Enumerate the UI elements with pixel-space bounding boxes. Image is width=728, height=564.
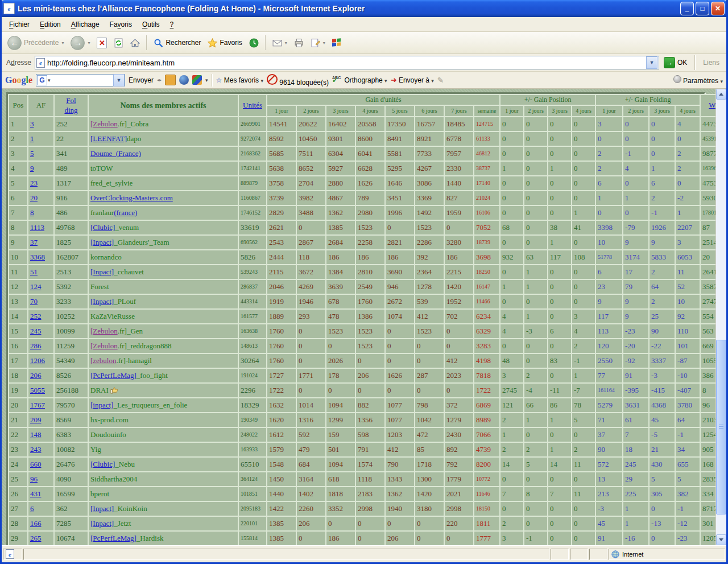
- menu-?[interactable]: ?: [165, 19, 179, 30]
- member-name-link[interactable]: [Clubic]: [90, 460, 115, 468]
- af-rank-link[interactable]: 5: [30, 149, 34, 158]
- links-label[interactable]: Liens: [698, 59, 724, 67]
- messenger-button[interactable]: [329, 37, 345, 48]
- google-settings-button[interactable]: Paramètres ▾: [673, 75, 723, 85]
- scrollbar-thumb[interactable]: [716, 340, 726, 514]
- search-button[interactable]: Rechercher: [150, 36, 204, 50]
- member-name-link[interactable]: [PcPerfLeMag]: [90, 534, 136, 542]
- mail-button[interactable]: ▾: [269, 36, 291, 50]
- af-rank-link[interactable]: 245: [30, 327, 42, 335]
- member-name-link[interactable]: [Zebulon: [90, 120, 118, 128]
- member-name-link[interactable]: [Inpact]: [90, 297, 114, 306]
- af-rank-link[interactable]: 252: [30, 312, 42, 320]
- refresh-button[interactable]: [110, 36, 127, 50]
- google-earth-icon[interactable]: [179, 75, 189, 85]
- header-folding-link[interactable]: Folding: [64, 96, 77, 114]
- scroll-down-button[interactable]: [716, 534, 726, 545]
- google-apps-caret-icon[interactable]: ▾: [205, 77, 208, 83]
- table-row: 2324310082Yig163933157947950179141285892…: [9, 443, 726, 456]
- highlighter-icon[interactable]: ✎: [437, 76, 444, 85]
- af-rank-link[interactable]: 206: [30, 371, 42, 380]
- google-search-dropdown[interactable]: ▼: [113, 74, 125, 87]
- menu-favoris[interactable]: Favoris: [105, 19, 137, 30]
- member-name-link[interactable]: [Zebulon: [90, 341, 118, 350]
- address-dropdown-button[interactable]: ▼: [646, 56, 657, 69]
- window-title: Les mini-teams chez l'Alliance Francopho…: [18, 4, 679, 13]
- close-button[interactable]: ✕: [711, 2, 725, 15]
- cell-member-name: [Inpact]_KoinKoin: [89, 502, 238, 516]
- member-name-link[interactable]: [Inpact]: [90, 519, 114, 528]
- af-rank-link[interactable]: 5055: [30, 386, 45, 394]
- member-name-link[interactable]: [Clubic]: [90, 223, 115, 232]
- maximize-button[interactable]: □: [696, 2, 709, 15]
- af-rank-link[interactable]: 37: [30, 238, 38, 246]
- af-rank-link[interactable]: 431: [30, 489, 42, 498]
- menu-outils[interactable]: Outils: [137, 19, 165, 30]
- header-unites-link[interactable]: Unités: [243, 101, 262, 109]
- google-news-icon[interactable]: [165, 75, 176, 85]
- cell-gain-folding-2: 61: [623, 413, 648, 427]
- af-rank-link[interactable]: 148: [30, 430, 42, 439]
- google-expand-icon[interactable]: ◂▸: [157, 77, 162, 83]
- af-rank-link[interactable]: 23: [30, 179, 38, 187]
- af-rank-link[interactable]: 1113: [30, 223, 44, 232]
- member-name-link[interactable]: [Inpact]: [90, 238, 114, 246]
- af-rank-link[interactable]: 166: [30, 519, 42, 528]
- popup-blocker-button[interactable]: 9614 bloquée(s): [267, 74, 329, 87]
- member-name-link[interactable]: [PcPerfLeMag]: [90, 371, 136, 380]
- af-rank-link[interactable]: 1206: [30, 356, 45, 365]
- member-name-link[interactable]: Doume_(France): [90, 149, 141, 158]
- af-rank-link[interactable]: 660: [30, 460, 42, 468]
- member-name-link[interactable]: (france): [114, 208, 137, 217]
- cell-gain-position-1: 0: [500, 147, 523, 160]
- af-rank-link[interactable]: 51: [30, 267, 38, 276]
- home-button[interactable]: [127, 36, 143, 50]
- af-rank-link[interactable]: 286: [30, 341, 42, 350]
- af-rank-link[interactable]: 20: [30, 194, 38, 202]
- af-rank-link[interactable]: 9: [30, 164, 34, 172]
- af-rank-link[interactable]: 243: [30, 445, 42, 454]
- send-to-icon: ➜: [391, 76, 397, 84]
- member-name-link[interactable]: [Inpact]: [90, 267, 114, 276]
- favorites-button[interactable]: Favoris: [204, 36, 245, 50]
- af-rank-link[interactable]: 265: [30, 534, 42, 542]
- print-button[interactable]: [291, 36, 307, 50]
- af-rank-link[interactable]: 1: [30, 134, 34, 143]
- stop-button[interactable]: ✕: [93, 36, 110, 50]
- af-rank-link[interactable]: 3368: [30, 253, 45, 261]
- af-rank-link[interactable]: 124: [30, 282, 42, 291]
- vertical-scrollbar[interactable]: [715, 89, 726, 545]
- scroll-up-button[interactable]: [716, 89, 726, 100]
- af-rank-link[interactable]: 3: [30, 120, 34, 128]
- af-rank-link[interactable]: 209: [30, 415, 42, 424]
- back-button[interactable]: ← Précédente ▾: [4, 34, 67, 52]
- history-button[interactable]: [246, 36, 262, 50]
- member-name-link[interactable]: [LEENFAT]: [90, 134, 127, 143]
- spellcheck-button[interactable]: ABC✓ Orthographe ▾: [332, 76, 387, 84]
- af-rank-link[interactable]: 96: [30, 475, 38, 483]
- menu-affichage[interactable]: Affichage: [66, 19, 105, 30]
- send-to-button[interactable]: ➜ Envoyer à ▾: [391, 76, 434, 84]
- header-gain-position: +/- Gain Position: [500, 95, 595, 105]
- member-name-link[interactable]: [zebulon: [90, 356, 116, 365]
- af-rank-link[interactable]: 70: [30, 297, 38, 306]
- google-apps-icon[interactable]: [192, 75, 202, 85]
- forward-button[interactable]: → ▾: [67, 34, 93, 52]
- af-rank-link[interactable]: 1767: [30, 401, 45, 409]
- member-name-link[interactable]: [Zebulon: [90, 327, 118, 335]
- menu-fichier[interactable]: Fichier: [4, 19, 35, 30]
- member-name-link[interactable]: OverClocking-Masters.com: [90, 194, 173, 202]
- google-search-input[interactable]: G ▾ ▼: [36, 74, 125, 87]
- edit-button[interactable]: ▾: [307, 36, 329, 50]
- member-name-link[interactable]: [Inpact]: [90, 504, 114, 513]
- google-favorites-button[interactable]: ☆ Mes favoris ▾: [216, 76, 263, 84]
- go-button[interactable]: → OK: [664, 57, 687, 68]
- member-name-link[interactable]: [inpact]: [90, 401, 113, 409]
- address-input[interactable]: e http://folding.fleucorp.net/miniteam.h…: [35, 56, 659, 69]
- menu-edition[interactable]: Edition: [35, 19, 66, 30]
- af-rank-link[interactable]: 6: [30, 504, 34, 513]
- minimize-button[interactable]: _: [680, 2, 694, 15]
- google-send-button[interactable]: Envoyer: [129, 76, 154, 84]
- af-rank-link[interactable]: 8: [30, 208, 34, 217]
- cell-gain-day-7: 412: [445, 354, 473, 368]
